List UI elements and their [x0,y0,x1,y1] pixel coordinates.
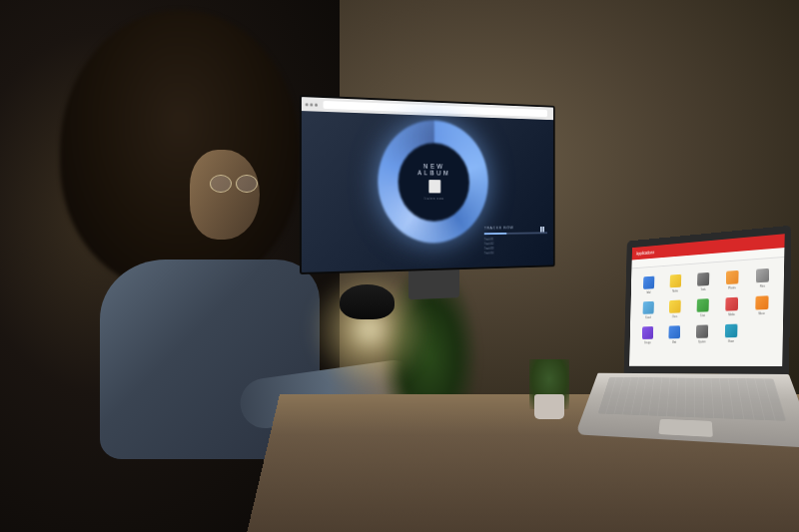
share-icon [725,324,738,338]
app-icon[interactable]: Design [636,326,658,344]
now-playing-label: TRACKS NOW [484,225,547,230]
app-icon-grid: Mail Notes Tools Photos Files Cloud Docs… [629,258,784,353]
trackpad[interactable] [658,419,712,437]
app-icon[interactable]: System [690,324,714,343]
progress-fill [484,233,507,235]
track-item[interactable]: Track 04 [484,250,547,256]
app-icon[interactable]: Media [719,296,744,316]
tools-icon [697,272,709,286]
docs-icon [669,300,681,313]
header-title: Applications [636,250,655,257]
progress-bar[interactable] [484,232,547,235]
app-icon[interactable]: Web [663,325,686,344]
chat-icon [697,298,709,312]
app-icon[interactable]: Mail [638,275,660,294]
album-cover-thumbnail[interactable] [428,181,440,194]
laptop-screen-bezel: Applications Mail Notes Tools Photos Fil… [624,226,792,374]
window-control-icon[interactable] [310,103,313,106]
track-list: Track 01 Track 02 Track 03 Track 04 [484,237,547,257]
mail-icon [643,276,654,289]
app-icon[interactable]: Share [718,323,743,343]
files-icon [756,268,769,282]
laptop-keyboard-deck [575,373,799,448]
hair [60,10,300,289]
monitor-stand [408,269,459,299]
album-subtitle: listen now [406,198,461,202]
media-icon [725,297,738,311]
album-hero-visual: NEW ALBUM listen now [378,119,488,245]
app-icon[interactable]: Photos [720,269,745,290]
system-icon [696,324,708,337]
laptop: Applications Mail Notes Tools Photos Fil… [582,226,791,505]
player-panel: TRACKS NOW Track 01 Track 02 Track 03 Tr… [484,225,547,256]
window-control-icon[interactable] [306,103,309,106]
album-text-block: NEW ALBUM listen now [406,163,461,201]
window-control-icon[interactable] [315,103,318,106]
design-icon [642,326,653,339]
music-icon [755,295,768,309]
eyeglasses [210,175,260,193]
app-icon[interactable]: Music [749,295,775,316]
app-icon[interactable]: Chat [691,298,715,318]
keyboard[interactable] [598,377,787,421]
monitor-screen[interactable]: NEW ALBUM listen now TRACKS NOW Track 01… [300,95,555,274]
app-icon[interactable]: Cloud [637,301,659,320]
notes-icon [670,274,682,288]
web-icon [668,325,680,338]
face [190,150,260,240]
external-monitor: NEW ALBUM listen now TRACKS NOW Track 01… [300,95,555,304]
address-bar[interactable] [324,101,547,117]
photos-icon [726,270,739,284]
laptop-screen[interactable]: Applications Mail Notes Tools Photos Fil… [629,234,785,366]
app-icon[interactable]: Tools [691,271,715,291]
app-icon[interactable]: Docs [663,299,686,318]
small-pot [534,394,564,419]
album-title: NEW ALBUM [406,163,461,177]
app-icon[interactable]: Files [749,267,775,288]
app-icon[interactable]: Notes [664,273,687,293]
cloud-icon [643,301,654,314]
